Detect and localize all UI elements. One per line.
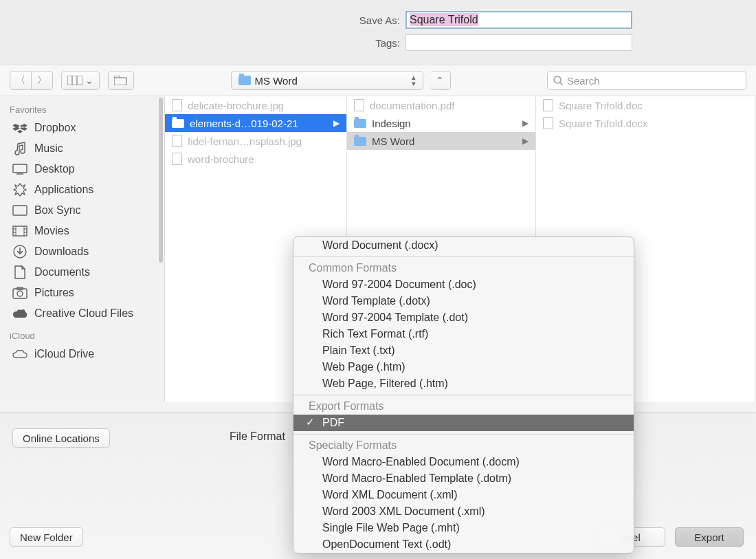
downloads-icon xyxy=(12,245,27,258)
sidebar-item-creative-cloud-files[interactable]: Creative Cloud Files xyxy=(0,303,164,324)
svg-rect-8 xyxy=(13,206,27,215)
file-label: documentation.pdf xyxy=(370,100,454,111)
sidebar-item-documents[interactable]: Documents xyxy=(0,262,164,283)
sidebar-item-label: Dropbox xyxy=(34,122,76,134)
sidebar-item-label: Applications xyxy=(34,184,93,196)
sidebar-item-label: Box Sync xyxy=(34,204,81,217)
dropdown-item[interactable]: Word 97-2004 Document (.doc) xyxy=(293,276,634,293)
new-folder-toolbar-button[interactable] xyxy=(108,71,134,90)
file-row[interactable]: elements-d…019-02-21▶ xyxy=(165,114,346,132)
file-row[interactable]: Indesign▶ xyxy=(347,114,535,132)
file-row[interactable]: delicate-brochure.jpg xyxy=(165,96,346,114)
dropdown-item[interactable]: Word 2003 XML Document (.xml) xyxy=(293,503,634,520)
movies-icon xyxy=(12,225,27,237)
sidebar-item-music[interactable]: Music xyxy=(0,138,164,159)
online-locations-button[interactable]: Online Locations xyxy=(12,428,110,448)
sidebar-item-desktop[interactable]: Desktop xyxy=(0,159,164,179)
folder-select[interactable]: MS Word ▴▾ xyxy=(231,71,423,90)
sidebar-item-pictures[interactable]: Pictures xyxy=(0,283,164,303)
nav-forward-button[interactable]: 〉 xyxy=(32,71,53,90)
sidebar-section-favorites: Favorites xyxy=(0,102,164,118)
file-label: fidel-fernan…nsplash.jpg xyxy=(188,135,302,147)
file-format-label: File Format xyxy=(230,430,285,443)
dropdown-item[interactable]: Rich Text Format (.rtf) xyxy=(293,326,634,342)
file-row[interactable]: fidel-fernan…nsplash.jpg xyxy=(165,132,346,150)
dropdown-item[interactable]: Word XML Document (.xml) xyxy=(293,487,634,503)
file-row[interactable]: word-brochure xyxy=(165,150,346,168)
sidebar: Favorites DropboxMusicDesktopApplication… xyxy=(0,96,165,402)
save-as-input[interactable]: Square Trifold xyxy=(405,11,632,29)
file-row[interactable]: Square Trifold.doc xyxy=(536,96,755,114)
sidebar-item-label: Pictures xyxy=(34,287,74,299)
toolbar: 〈 〉 ⌄ MS Word ▴▾ ⌃ Search xyxy=(0,65,756,96)
file-label: Square Trifold.doc xyxy=(559,100,643,111)
dropdown-item[interactable]: Web Page, Filtered (.htm) xyxy=(293,375,634,392)
sidebar-item-label: Documents xyxy=(34,266,90,278)
tags-input[interactable] xyxy=(405,34,632,51)
dropbox-icon xyxy=(12,122,27,134)
sidebar-scrollbar[interactable] xyxy=(159,98,163,401)
sidebar-item-label: iCloud Drive xyxy=(34,348,94,360)
sidebar-item-downloads[interactable]: Downloads xyxy=(0,241,164,262)
view-mode-button[interactable]: ⌄ xyxy=(61,71,100,90)
file-label: Square Trifold.docx xyxy=(559,118,647,129)
file-label: delicate-brochure.jpg xyxy=(188,100,284,111)
folder-icon xyxy=(172,119,184,128)
box-icon xyxy=(12,204,27,217)
sidebar-item-icloud-drive[interactable]: iCloud Drive xyxy=(0,344,164,364)
dropdown-item[interactable]: Word 97-2004 Template (.dot) xyxy=(293,309,634,326)
file-icon xyxy=(172,99,182,111)
dropdown-item[interactable]: Word Document (.docx) xyxy=(293,237,634,254)
chevron-up-icon: ⌃ xyxy=(436,75,444,86)
sidebar-item-dropbox[interactable]: Dropbox xyxy=(0,118,164,138)
new-folder-button[interactable]: New Folder xyxy=(10,527,83,547)
folder-icon xyxy=(354,137,366,146)
export-button[interactable]: Export xyxy=(675,527,744,547)
search-input[interactable]: Search xyxy=(547,71,746,90)
file-row[interactable]: documentation.pdf xyxy=(347,96,535,114)
dropdown-item[interactable]: Web Page (.htm) xyxy=(293,359,634,375)
collapse-button[interactable]: ⌃ xyxy=(430,71,451,90)
music-icon xyxy=(12,142,27,155)
dropdown-item[interactable]: OpenDocument Text (.odt) xyxy=(293,536,634,553)
chevron-left-icon: 〈 xyxy=(16,74,25,87)
dropdown-header-common: Common Formats xyxy=(293,260,634,276)
svg-rect-9 xyxy=(13,226,27,236)
cc-icon xyxy=(12,307,27,320)
sidebar-item-box-sync[interactable]: Box Sync xyxy=(0,200,164,221)
dropdown-item[interactable]: Single File Web Page (.mht) xyxy=(293,520,634,536)
sidebar-item-label: Creative Cloud Files xyxy=(34,307,133,320)
chevron-right-icon: ▶ xyxy=(522,136,529,146)
sidebar-section-icloud: iCloud xyxy=(0,328,164,344)
tags-label: Tags: xyxy=(124,37,405,49)
dropdown-item[interactable]: Word Macro-Enabled Document (.docm) xyxy=(293,454,634,470)
cloud-icon xyxy=(12,348,27,360)
dropdown-item[interactable]: Plain Text (.txt) xyxy=(293,342,634,359)
file-icon xyxy=(543,99,553,111)
svg-point-4 xyxy=(554,76,561,83)
svg-point-18 xyxy=(17,291,23,296)
folder-icon xyxy=(354,119,366,128)
save-as-label: Save As: xyxy=(124,14,405,26)
nav-back-button[interactable]: 〈 xyxy=(10,71,32,90)
file-row[interactable]: Square Trifold.docx xyxy=(536,114,755,132)
file-row[interactable]: MS Word▶ xyxy=(347,132,535,150)
sidebar-item-applications[interactable]: Applications xyxy=(0,179,164,200)
svg-rect-6 xyxy=(13,164,27,173)
dropdown-item[interactable]: Word Macro-Enabled Template (.dotm) xyxy=(293,470,634,487)
file-icon xyxy=(172,135,182,147)
dropdown-item[interactable]: Word Template (.dotx) xyxy=(293,293,634,309)
sidebar-item-movies[interactable]: Movies xyxy=(0,221,164,241)
folder-icon xyxy=(238,76,251,85)
search-placeholder: Search xyxy=(567,75,600,87)
columns-icon xyxy=(67,76,82,85)
dropdown-item-selected[interactable]: PDF xyxy=(293,415,634,431)
sidebar-item-label: Movies xyxy=(34,225,69,237)
file-icon xyxy=(543,117,553,129)
chevron-down-icon: ⌄ xyxy=(85,75,93,86)
save-as-value: Square Trifold xyxy=(410,13,478,26)
chevron-right-icon: 〉 xyxy=(37,74,47,87)
search-icon xyxy=(553,76,563,85)
file-format-dropdown[interactable]: Word Document (.docx) Common Formats Wor… xyxy=(293,237,634,553)
file-label: Indesign xyxy=(372,118,411,129)
